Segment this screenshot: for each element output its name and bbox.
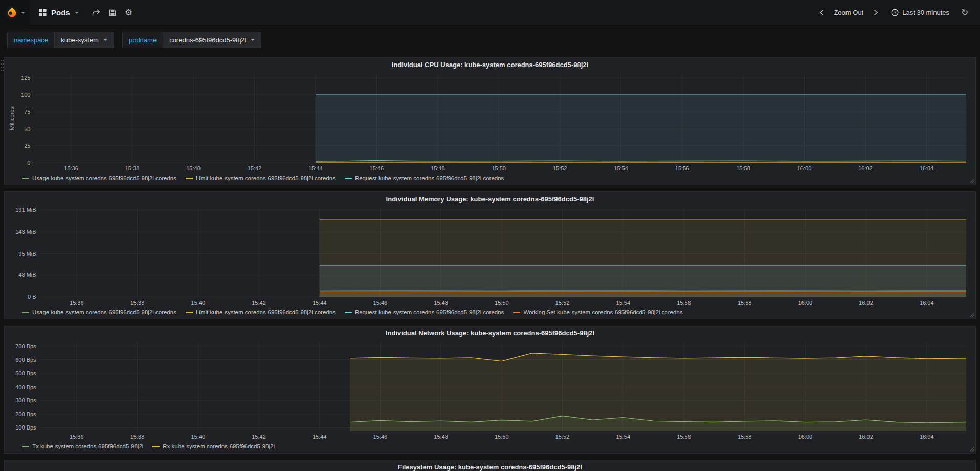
x-axis-tick-label: 15:56	[677, 299, 691, 306]
y-axis-tick-label: 700 Bps	[15, 343, 36, 349]
x-axis-tick-label: 15:40	[191, 299, 206, 306]
x-axis-tick-label: 15:36	[70, 299, 84, 306]
legend-item[interactable]: Rx kube-system coredns-695f96dcd5-98j2l	[152, 443, 275, 449]
x-axis-tick-label: 15:48	[434, 299, 448, 306]
legend-label: Limit kube-system coredns-695f96dcd5-98j…	[196, 309, 336, 315]
legend-label: Usage kube-system coredns-695f96dcd5-98j…	[32, 309, 176, 315]
time-shift-back-button[interactable]	[813, 0, 830, 26]
variable-namespace-label: namespace	[8, 32, 54, 48]
y-axis-tick-label: 200 Bps	[15, 411, 36, 417]
legend-color-swatch	[186, 312, 193, 313]
y-axis-tick-label: 0	[27, 160, 30, 166]
network-usage-chart[interactable]: 15:3615:3815:4015:4215:4415:4615:4815:50…	[8, 339, 972, 441]
dashboard-panels: Individual CPU Usage: kube-system coredn…	[0, 54, 980, 471]
legend-color-swatch	[345, 178, 352, 179]
legend-label: Usage kube-system coredns-695f96dcd5-98j…	[32, 175, 176, 181]
clock-icon	[891, 9, 899, 16]
x-axis-tick-label: 15:38	[130, 434, 145, 440]
legend-color-swatch	[22, 178, 29, 179]
legend-item[interactable]: Limit kube-system coredns-695f96dcd5-98j…	[186, 309, 336, 315]
variable-podname-dropdown[interactable]: coredns-695f96dcd5-98j2l	[163, 32, 261, 48]
memory-usage-chart[interactable]: 15:3615:3815:4015:4215:4415:4615:4815:50…	[8, 205, 972, 307]
navbar: Pods ⚙ Zoom Out	[0, 0, 980, 26]
legend-item[interactable]: Request kube-system coredns-695f96dcd5-9…	[345, 175, 504, 181]
x-axis-tick-label: 16:00	[798, 434, 813, 440]
legend-label: Rx kube-system coredns-695f96dcd5-98j2l	[163, 443, 275, 449]
cpu-usage-chart[interactable]: 15:3615:3815:4015:4215:4415:4615:4815:50…	[8, 71, 972, 173]
legend-item[interactable]: Request kube-system coredns-695f96dcd5-9…	[345, 309, 504, 315]
x-axis-tick-label: 15:58	[736, 165, 750, 172]
chevron-down-icon	[251, 39, 255, 41]
legend-item[interactable]: Tx kube-system coredns-695f96dcd5-98j2l	[22, 443, 143, 449]
grafana-logo-button[interactable]	[0, 0, 30, 26]
x-axis-tick-label: 15:50	[495, 434, 509, 440]
x-axis-tick-label: 15:36	[70, 434, 84, 440]
gear-icon: ⚙	[125, 7, 132, 18]
x-axis-tick-label: 15:58	[738, 299, 752, 306]
legend-item[interactable]: Usage kube-system coredns-695f96dcd5-98j…	[22, 175, 176, 181]
panel-resize-handle[interactable]	[969, 178, 974, 184]
time-range-label: Last 30 minutes	[902, 9, 949, 16]
series-fill	[350, 353, 966, 431]
panel-memory-usage: Individual Memory Usage: kube-system cor…	[4, 191, 976, 319]
panel-title[interactable]: Individual Network Usage: kube-system co…	[8, 328, 972, 339]
x-axis-tick-label: 15:54	[614, 165, 628, 172]
x-axis-tick-label: 16:04	[920, 434, 934, 440]
share-icon	[92, 9, 100, 17]
x-axis-tick-label: 15:44	[313, 299, 327, 306]
x-axis-tick-label: 15:38	[130, 299, 145, 306]
x-axis-tick-label: 15:44	[308, 165, 323, 172]
logo-caret-icon	[21, 12, 25, 14]
x-axis-tick-label: 15:48	[434, 434, 448, 440]
y-axis-tick-label: 95 MiB	[18, 251, 36, 257]
panel-resize-handle[interactable]	[969, 312, 974, 318]
legend-color-swatch	[22, 312, 29, 313]
x-axis-tick-label: 15:52	[553, 165, 567, 172]
zoom-out-button[interactable]: Zoom Out	[831, 9, 866, 16]
series-fill	[316, 95, 966, 163]
time-range-button[interactable]: Last 30 minutes	[885, 9, 955, 16]
x-axis-tick-label: 16:00	[797, 165, 812, 172]
save-button[interactable]	[104, 0, 121, 26]
share-button[interactable]	[88, 0, 104, 26]
y-axis-tick-label: 300 Bps	[15, 397, 36, 403]
chevron-left-icon	[819, 9, 824, 16]
x-axis-tick-label: 15:38	[125, 165, 140, 172]
variable-podname: podname coredns-695f96dcd5-98j2l	[122, 32, 262, 48]
y-axis-tick-label: 500 Bps	[15, 370, 36, 376]
panel-filesystem-usage: Filesystem Usage: kube-system coredns-69…	[4, 460, 976, 471]
time-shift-forward-button[interactable]	[867, 0, 884, 26]
x-axis-tick-label: 15:46	[373, 299, 388, 306]
chevron-down-icon	[103, 39, 107, 41]
legend-item[interactable]: Working Set kube-system coredns-695f96dc…	[513, 309, 682, 315]
x-axis-tick-label: 15:52	[555, 299, 570, 306]
settings-button[interactable]: ⚙	[121, 0, 137, 26]
row-drag-handle[interactable]	[1, 59, 4, 72]
time-controls: Zoom Out Last 30 minutes ↻	[813, 0, 973, 26]
x-axis-tick-label: 16:04	[920, 299, 934, 306]
x-axis-tick-label: 15:48	[431, 165, 445, 172]
x-axis-tick-label: 16:02	[858, 165, 873, 172]
y-axis-tick-label: 50	[24, 126, 30, 132]
refresh-button[interactable]: ↻	[956, 0, 973, 26]
variable-namespace-value: kube-system	[61, 36, 99, 44]
panel-title[interactable]: Filesystem Usage: kube-system coredns-69…	[8, 462, 972, 471]
panel-title[interactable]: Individual Memory Usage: kube-system cor…	[8, 194, 972, 205]
panel-title[interactable]: Individual CPU Usage: kube-system coredn…	[8, 59, 972, 71]
x-axis-tick-label: 16:00	[798, 299, 813, 306]
template-variables-row: namespace kube-system podname coredns-69…	[0, 26, 980, 54]
y-axis-tick-label: 143 MiB	[15, 229, 36, 235]
variable-namespace-dropdown[interactable]: kube-system	[54, 32, 114, 48]
y-axis-tick-label: 125	[21, 75, 30, 81]
y-axis-label: Millicores	[9, 106, 15, 130]
dashboard-grid-icon	[39, 9, 47, 16]
legend-item[interactable]: Usage kube-system coredns-695f96dcd5-98j…	[22, 309, 176, 315]
x-axis-tick-label: 15:54	[616, 434, 631, 440]
legend-item[interactable]: Limit kube-system coredns-695f96dcd5-98j…	[186, 175, 336, 181]
x-axis-tick-label: 15:42	[248, 165, 262, 172]
x-axis-tick-label: 15:46	[370, 165, 384, 172]
panel-resize-handle[interactable]	[969, 446, 974, 452]
dashboard-picker-button[interactable]: Pods	[30, 0, 88, 26]
legend-label: Request kube-system coredns-695f96dcd5-9…	[355, 309, 504, 315]
cpu-legend: Usage kube-system coredns-695f96dcd5-98j…	[8, 173, 972, 183]
